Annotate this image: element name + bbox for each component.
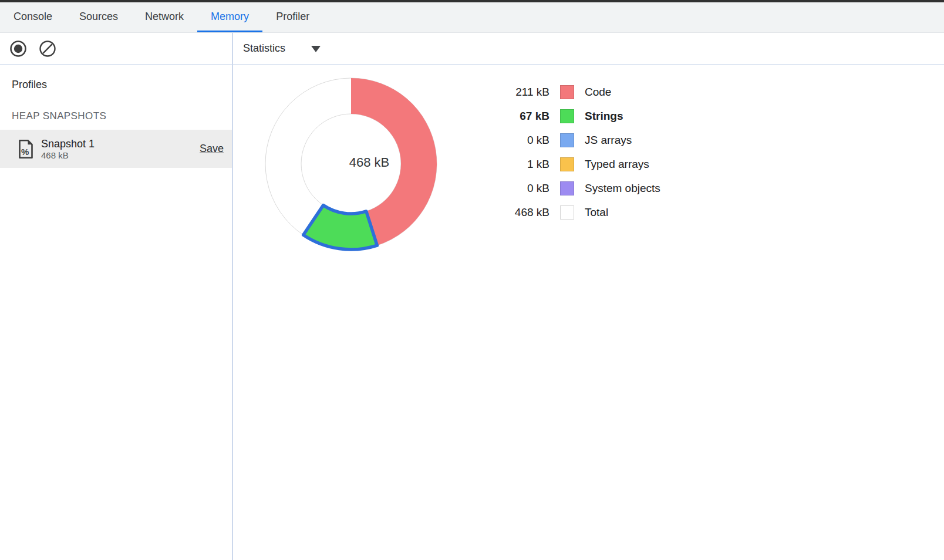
snapshot-list-item[interactable]: % Snapshot 1 468 kB Save (0, 130, 232, 168)
memory-toolbar: Statistics (0, 33, 944, 65)
clear-icon (39, 40, 56, 58)
statistics-view: 468 kB 211 kB Code 67 kB Strings 0 kB JS… (233, 65, 944, 560)
tab-network[interactable]: Network (132, 2, 197, 32)
tab-profiler[interactable]: Profiler (262, 2, 323, 32)
legend-label: Typed arrays (585, 158, 649, 171)
legend-value: 67 kB (505, 110, 549, 123)
heap-snapshots-section-label: HEAP SNAPSHOTS (12, 110, 232, 122)
legend-value: 468 kB (505, 206, 549, 219)
clear-profiles-button[interactable] (39, 40, 56, 58)
legend-swatch-strings (560, 109, 574, 123)
devtools-tab-bar: Console Sources Network Memory Profiler (0, 2, 944, 33)
tab-sources[interactable]: Sources (66, 2, 132, 32)
legend-label: Code (585, 86, 611, 99)
devtools-memory-panel: Console Sources Network Memory Profiler (0, 0, 944, 560)
snapshot-title: Snapshot 1 (41, 137, 200, 150)
perspective-select[interactable]: Statistics (238, 40, 325, 57)
legend-swatch-typed-arrays (560, 157, 574, 171)
legend-row-typed-arrays[interactable]: 1 kB Typed arrays (505, 152, 740, 176)
legend-row-system-objects[interactable]: 0 kB System objects (505, 176, 740, 200)
record-icon (9, 40, 27, 58)
legend-row-strings[interactable]: 67 kB Strings (505, 104, 740, 128)
snapshot-info: Snapshot 1 468 kB (41, 137, 200, 161)
legend-row-code[interactable]: 211 kB Code (505, 80, 740, 104)
heap-snapshot-file-icon: % (18, 139, 34, 159)
chart-total-label: 468 kB (322, 155, 416, 170)
chart-legend: 211 kB Code 67 kB Strings 0 kB JS arrays… (505, 80, 740, 224)
legend-swatch-total (560, 205, 574, 220)
profiles-sidebar: Profiles HEAP SNAPSHOTS % Snapshot 1 468… (0, 65, 232, 560)
legend-swatch-system-objects (560, 181, 574, 195)
legend-value: 0 kB (505, 182, 549, 195)
tab-memory[interactable]: Memory (197, 2, 262, 32)
legend-swatch-code (560, 85, 574, 99)
view-toolbar: Statistics (232, 33, 944, 64)
snapshot-size: 468 kB (41, 150, 200, 161)
dropdown-arrow-icon (311, 46, 321, 52)
svg-text:%: % (21, 147, 29, 157)
legend-value: 211 kB (505, 86, 549, 99)
record-heap-snapshot-button[interactable] (9, 40, 27, 58)
legend-label: Total (585, 206, 608, 219)
sidebar-heading: Profiles (12, 79, 232, 91)
heap-usage-donut-chart: 468 kB (251, 64, 451, 264)
legend-value: 0 kB (505, 134, 549, 147)
profile-controls (0, 33, 232, 64)
legend-row-total[interactable]: 468 kB Total (505, 200, 740, 224)
legend-swatch-js-arrays (560, 133, 574, 147)
legend-label: JS arrays (585, 134, 632, 147)
legend-row-js-arrays[interactable]: 0 kB JS arrays (505, 128, 740, 152)
legend-label: System objects (585, 182, 660, 195)
legend-label: Strings (585, 110, 623, 123)
pie-slice-strings[interactable] (304, 205, 377, 249)
perspective-select-value: Statistics (243, 42, 285, 55)
save-snapshot-link[interactable]: Save (200, 143, 224, 155)
tab-console[interactable]: Console (0, 2, 66, 32)
legend-value: 1 kB (505, 158, 549, 171)
